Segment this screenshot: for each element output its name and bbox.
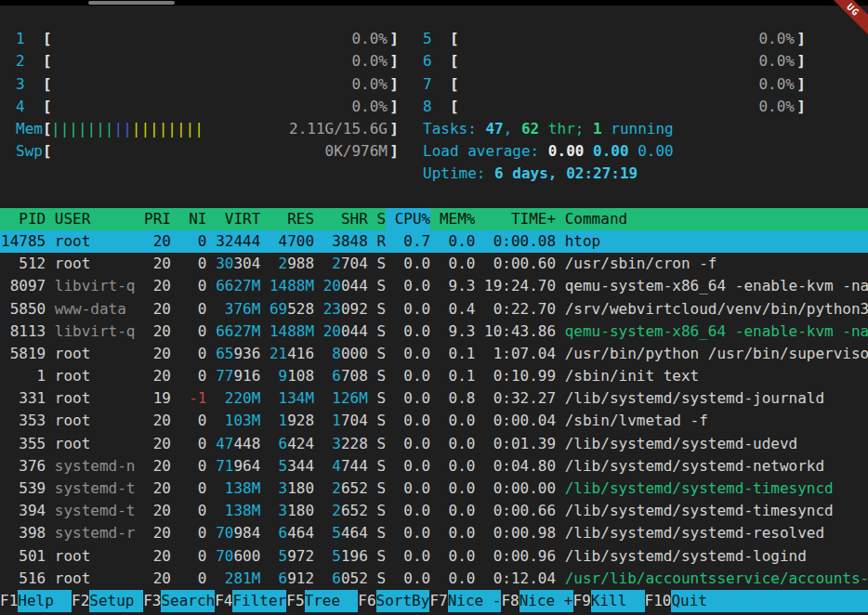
cell-pri: 20 bbox=[144, 321, 171, 343]
meter-open-bracket: [ bbox=[450, 28, 459, 50]
cell-virt: 71964 bbox=[216, 455, 260, 478]
cpu-meter-caption: 4 bbox=[16, 96, 43, 118]
meter-open-bracket: [ bbox=[450, 50, 459, 72]
table-row[interactable]: 8097 libvirt-q 20 0 6627M 1488M 20044 S … bbox=[0, 275, 868, 297]
cell-time: 0:10.99 bbox=[484, 365, 556, 387]
cpu-meter-caption: 5 bbox=[423, 28, 450, 50]
load-15min: 0.00 bbox=[638, 142, 674, 160]
function-key-button[interactable]: F5 Tree bbox=[286, 590, 358, 612]
load-5min: 0.00 bbox=[593, 142, 638, 160]
table-row[interactable]: 1 root 20 0 77916 9108 6708 S 0.0 0.1 0:… bbox=[0, 365, 868, 387]
table-row[interactable]: 8113 libvirt-q 20 0 6627M 1488M 20044 S … bbox=[0, 321, 868, 343]
table-row[interactable]: 394 systemd-t 20 0 138M 3180 2652 S 0.0 … bbox=[0, 500, 868, 522]
table-row[interactable]: 353 root 20 0 103M 1928 1704 S 0.0 0.0 0… bbox=[0, 410, 868, 432]
column-header-ni[interactable]: NI bbox=[180, 208, 207, 230]
column-header-mem[interactable]: MEM% bbox=[440, 208, 476, 230]
table-row[interactable]: 501 root 20 0 70600 5972 5196 S 0.0 0.0 … bbox=[0, 545, 868, 568]
function-key-label: Filter bbox=[232, 590, 286, 612]
meter-caption: Mem bbox=[16, 118, 43, 140]
column-header-virt[interactable]: VIRT bbox=[216, 208, 260, 230]
column-header-pid[interactable]: PID bbox=[1, 208, 46, 230]
table-row[interactable]: 512 root 20 0 30304 2988 2704 S 0.0 0.0 … bbox=[0, 253, 868, 275]
table-row[interactable]: 5850 www-data 20 0 376M 69528 23092 S 0.… bbox=[0, 298, 868, 321]
cell-shr: 8000 bbox=[323, 343, 368, 365]
cell-mem: 9.3 bbox=[440, 275, 476, 297]
table-row[interactable]: 331 root 19 -1 220M 134M 126M S 0.0 0.8 … bbox=[0, 387, 868, 410]
function-key-button[interactable]: F7 Nice - bbox=[429, 590, 501, 612]
column-header-user[interactable]: USER bbox=[55, 208, 136, 230]
swap-meter-value: 0K/976M bbox=[325, 140, 388, 163]
cell-virt: 32444 bbox=[216, 230, 260, 253]
cell-cpu: 0.0 bbox=[395, 522, 431, 544]
column-header-s[interactable]: S bbox=[376, 208, 386, 230]
function-key-button[interactable]: F1 Help bbox=[0, 590, 72, 612]
cell-pid: 501 bbox=[1, 545, 46, 568]
cell-command: /lib/systemd/systemd-udevd bbox=[565, 433, 868, 455]
column-header-pri[interactable]: PRI bbox=[144, 208, 171, 230]
table-row[interactable]: 14785 root 20 0 32444 4700 3848 R 0.7 0.… bbox=[0, 230, 868, 253]
cell-state: S bbox=[376, 568, 386, 590]
function-key-button[interactable]: F10 Quit bbox=[645, 590, 868, 612]
cell-user: root bbox=[55, 343, 136, 365]
cell-res: 69528 bbox=[270, 298, 314, 321]
cell-virt: 376M bbox=[216, 298, 260, 321]
table-row[interactable]: 516 root 20 0 281M 6912 6052 S 0.0 0.0 0… bbox=[0, 568, 868, 590]
cell-mem: 0.0 bbox=[440, 230, 476, 253]
cell-user: systemd-r bbox=[55, 522, 136, 544]
cell-res: 6464 bbox=[270, 522, 314, 544]
cell-state: S bbox=[376, 253, 386, 275]
cell-mem: 0.1 bbox=[440, 343, 476, 365]
function-key-button[interactable]: F8 Nice + bbox=[501, 590, 572, 612]
cell-command: /usr/lib/accountsservice/accounts- bbox=[565, 568, 868, 590]
cell-time: 1:07.04 bbox=[484, 343, 556, 365]
cell-mem: 0.0 bbox=[440, 253, 476, 275]
cpu-meter: 8 [ 0.0% ] bbox=[423, 96, 806, 118]
cell-virt: 65936 bbox=[216, 343, 260, 365]
column-header-cpu-sort[interactable]: CPU% bbox=[386, 208, 430, 230]
function-key-button[interactable]: F9 Kill bbox=[573, 590, 645, 612]
cell-user: systemd-t bbox=[55, 500, 136, 522]
column-header-command[interactable]: Command bbox=[565, 208, 868, 230]
cell-pri: 20 bbox=[144, 275, 171, 297]
cell-ni: 0 bbox=[180, 321, 207, 343]
function-key-number: F5 bbox=[286, 590, 304, 612]
cell-res: 3180 bbox=[270, 478, 314, 500]
uptime-label: Uptime: bbox=[423, 164, 494, 182]
table-row[interactable]: 539 systemd-t 20 0 138M 3180 2652 S 0.0 … bbox=[0, 478, 868, 500]
cell-shr: 5196 bbox=[323, 545, 368, 568]
column-header-time[interactable]: TIME+ bbox=[484, 208, 556, 230]
cell-ni: 0 bbox=[180, 545, 207, 568]
load-1min: 0.00 bbox=[548, 142, 593, 160]
table-row[interactable]: 355 root 20 0 47448 6424 3228 S 0.0 0.0 … bbox=[0, 433, 868, 455]
cpu-meter: 2 [ 0.0% ] bbox=[16, 50, 399, 72]
cell-virt: 6627M bbox=[216, 275, 260, 297]
function-key-button[interactable]: F3 Search bbox=[143, 590, 215, 612]
running-count: 1 bbox=[593, 120, 602, 137]
cell-cpu: 0.0 bbox=[395, 365, 431, 387]
cell-user: libvirt-q bbox=[55, 275, 136, 297]
cell-user: root bbox=[55, 230, 136, 253]
function-key-button[interactable]: F2 Setup bbox=[72, 590, 143, 612]
cell-time: 0:04.80 bbox=[484, 455, 556, 478]
cell-cpu: 0.0 bbox=[395, 410, 431, 432]
cpu-meter: 1 [ 0.0% ] bbox=[16, 28, 399, 50]
cell-mem: 9.3 bbox=[440, 321, 476, 343]
cell-mem: 0.4 bbox=[440, 298, 476, 321]
cell-time: 0:00.00 bbox=[484, 478, 556, 500]
function-key-label: Setup bbox=[89, 590, 143, 612]
table-row[interactable]: 376 systemd-n 20 0 71964 5344 4744 S 0.0… bbox=[0, 455, 868, 478]
table-row[interactable]: 398 systemd-r 20 0 70984 6464 5464 S 0.0… bbox=[0, 522, 868, 544]
function-key-label: Search bbox=[161, 590, 215, 612]
column-header-res[interactable]: RES bbox=[270, 208, 314, 230]
cell-mem: 0.0 bbox=[440, 410, 476, 432]
cell-mem: 0.0 bbox=[440, 433, 476, 455]
function-key-button[interactable]: F4 Filter bbox=[215, 590, 286, 612]
column-header-shr[interactable]: SHR bbox=[323, 208, 368, 230]
htop-header: 1 [ 0.0% ] 2 [ 0.0% ] 3 [ 0.0% ] 4 [ 0.0… bbox=[0, 6, 868, 186]
top-scrollbar-thumb[interactable] bbox=[88, 1, 175, 5]
function-key-button[interactable]: F6 SortBy bbox=[358, 590, 429, 612]
cell-ni: 0 bbox=[180, 253, 207, 275]
cell-res: 3180 bbox=[270, 500, 314, 522]
table-row[interactable]: 5819 root 20 0 65936 21416 8000 S 0.0 0.… bbox=[0, 343, 868, 365]
cell-pid: 394 bbox=[1, 500, 46, 522]
